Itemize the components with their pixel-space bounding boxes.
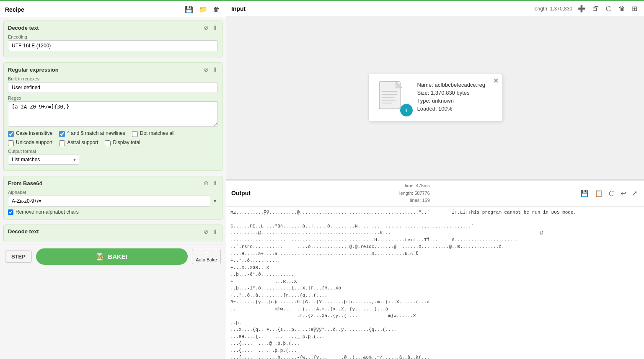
input-add-button[interactable]: ➕ — [576, 4, 587, 13]
caret-dollar-checkbox-item[interactable]: ^ and $ match at newlines — [59, 130, 125, 137]
output-lines-value: 159 — [422, 198, 429, 203]
file-loaded-value: 100% — [438, 106, 452, 112]
output-section: Output time: 475ms length: 587776 lines:… — [226, 180, 644, 359]
astral-label: Astral support — [67, 139, 98, 146]
output-title: Output — [231, 190, 251, 196]
display-total-checkbox[interactable] — [105, 140, 111, 146]
disable-icon[interactable]: ⊘ — [204, 24, 209, 31]
file-type-row: Type: unknown — [417, 98, 494, 104]
case-insensitive-checkbox-item[interactable]: Case insensitive — [8, 130, 52, 137]
from-base64-disable-icon[interactable]: ⊘ — [204, 180, 209, 186]
unicode-checkbox[interactable] — [8, 140, 14, 146]
input-move-button[interactable]: ⬡ — [604, 4, 613, 13]
file-card: i Name: acfbbcbefecadce.reg Size: 1,370,… — [368, 74, 502, 121]
output-length-value: 587776 — [414, 191, 430, 196]
file-info-badge: i — [400, 104, 413, 116]
encoding-field: Encoding — [8, 34, 218, 51]
decode-text-bottom-header: Decode text ⊘ ⏸ — [8, 228, 218, 235]
output-format-group: Output format List matches Highlight mat… — [8, 149, 218, 165]
output-move-button[interactable]: ⬡ — [607, 189, 616, 198]
caret-dollar-label: ^ and $ match at newlines — [67, 130, 125, 137]
output-format-select-wrapper[interactable]: List matches Highlight matches — [8, 155, 79, 165]
output-time-label: time: — [405, 183, 416, 188]
decode-text-section-bottom: Decode text ⊘ ⏸ — [3, 225, 222, 242]
from-base64-pause-icon[interactable]: ⏸ — [212, 180, 218, 186]
unicode-checkbox-item[interactable]: Unicode support — [8, 139, 52, 146]
recipe-icons: 💾 📁 🗑 — [184, 5, 221, 14]
builtin-regexes-input[interactable] — [8, 82, 218, 93]
save-recipe-button[interactable]: 💾 — [184, 5, 194, 14]
display-total-checkbox-item[interactable]: Display total — [105, 139, 140, 146]
output-length-label: length: — [399, 191, 414, 196]
alphabet-input[interactable] — [8, 196, 210, 207]
dot-matches-all-label: Dot matches all — [140, 130, 175, 137]
regex-field: Regex [a-zA-Z0-9+/=]{30,} — [8, 96, 218, 128]
from-base64-section: From Base64 ⊘ ⏸ Alphabet ▾ Remove non-al… — [3, 176, 222, 220]
output-expand-button[interactable]: ⤢ — [630, 189, 639, 198]
input-header: Input length: 1,370,830 ➕ 🗗 ⬡ 🗑 ⊞ — [226, 1, 644, 16]
decode-text-bottom-controls: ⊘ ⏸ — [204, 228, 218, 235]
dot-matches-all-checkbox[interactable] — [132, 131, 138, 137]
output-copy-button[interactable]: 📋 — [593, 189, 605, 198]
pause-icon[interactable]: ⏸ — [212, 24, 218, 31]
regex-label: Regex — [8, 96, 218, 101]
right-panel: Input length: 1,370,830 ➕ 🗗 ⬡ 🗑 ⊞ — [226, 1, 644, 359]
regex-section: Regular expression ⊘ ⏸ Built in regexes … — [3, 62, 222, 171]
file-size-value: 1,370,830 bytes — [431, 90, 470, 96]
regex-disable-icon[interactable]: ⊘ — [204, 66, 209, 73]
input-window-button[interactable]: 🗗 — [591, 4, 601, 13]
regex-header: Regular expression ⊘ ⏸ — [8, 66, 218, 73]
input-grid-button[interactable]: ⊞ — [630, 4, 639, 13]
case-insensitive-checkbox[interactable] — [8, 131, 14, 137]
caret-dollar-checkbox[interactable] — [59, 131, 65, 137]
from-base64-controls: ⊘ ⏸ — [204, 180, 218, 186]
decode-text-bottom-disable-icon[interactable]: ⊘ — [204, 228, 209, 235]
checkboxes-row-1: Case insensitive ^ and $ match at newlin… — [8, 130, 218, 137]
file-name-row: Name: acfbbcbefecadce.reg — [417, 82, 494, 88]
input-delete-button[interactable]: 🗑 — [617, 4, 627, 13]
alphabet-row: ▾ — [8, 196, 218, 207]
decode-text-bottom-pause-icon[interactable]: ⏸ — [212, 228, 218, 235]
file-type-value: unknown — [432, 98, 454, 104]
output-save-button[interactable]: 💾 — [579, 189, 590, 198]
output-content[interactable]: MZ..........ÿÿ..........@...............… — [226, 207, 644, 359]
dot-matches-all-checkbox-item[interactable]: Dot matches all — [132, 130, 175, 137]
remove-nonalpha-label: Remove non-alphabet chars — [16, 209, 79, 216]
output-format-select[interactable]: List matches Highlight matches — [8, 155, 79, 165]
file-icon-area: i — [377, 81, 411, 114]
encoding-input[interactable] — [8, 40, 218, 51]
from-base64-title: From Base64 — [8, 180, 42, 186]
astral-checkbox[interactable] — [59, 140, 65, 146]
auto-bake-button[interactable]: ☐ Auto Bake — [192, 249, 221, 264]
unicode-label: Unicode support — [16, 139, 52, 146]
input-length-info: length: 1,370,830 — [533, 6, 572, 12]
auto-bake-label: Auto Bake — [196, 257, 217, 262]
output-format-label: Output format — [8, 149, 218, 154]
bake-label: BAKE! — [108, 253, 128, 260]
recipe-title: Recipe — [5, 6, 24, 13]
builtin-regexes-label: Built in regexes — [8, 76, 218, 81]
regex-pause-icon[interactable]: ⏸ — [212, 66, 218, 73]
output-meta: time: 475ms length: 587776 lines: 159 — [399, 182, 430, 204]
close-file-card-button[interactable]: ✕ — [493, 77, 499, 85]
astral-checkbox-item[interactable]: Astral support — [59, 139, 98, 146]
input-content: i Name: acfbbcbefecadce.reg Size: 1,370,… — [226, 16, 644, 179]
step-button[interactable]: STEP — [5, 251, 32, 263]
delete-recipe-button[interactable]: 🗑 — [212, 5, 221, 14]
regex-title: Regular expression — [8, 67, 59, 73]
file-name-value: acfbbcbefecadce.reg — [435, 82, 485, 88]
decode-text-bottom-title: Decode text — [8, 228, 39, 235]
alphabet-dropdown-icon[interactable]: ▾ — [212, 196, 218, 206]
output-undo-button[interactable]: ↩ — [619, 189, 628, 198]
remove-nonalpha-checkbox-item[interactable]: Remove non-alphabet chars — [8, 209, 218, 216]
bake-button[interactable]: 👨‍🍳 BAKE! — [36, 248, 188, 265]
builtin-regexes-field: Built in regexes — [8, 76, 218, 93]
file-type-label: Type: — [417, 98, 432, 104]
regex-textarea[interactable]: [a-zA-Z0-9+/=]{30,} — [8, 101, 218, 127]
open-folder-button[interactable]: 📁 — [198, 5, 208, 14]
recipe-header: Recipe 💾 📁 🗑 — [0, 1, 226, 18]
decode-text-header: Decode text ⊘ ⏸ — [8, 24, 218, 31]
remove-nonalpha-checkbox[interactable] — [8, 209, 13, 215]
decode-text-controls: ⊘ ⏸ — [204, 24, 218, 31]
encoding-label: Encoding — [8, 34, 218, 39]
